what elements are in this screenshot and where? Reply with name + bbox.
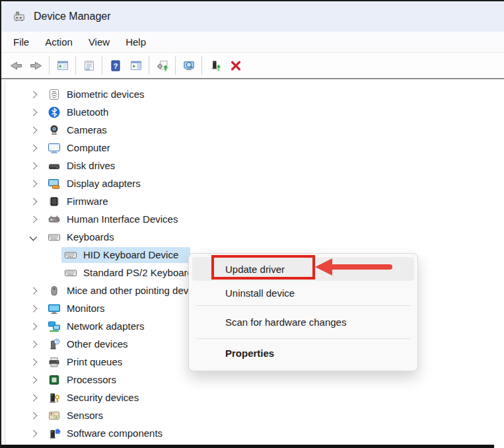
window-title: Device Manager (34, 11, 111, 22)
tree-item-keyboards[interactable]: Keyboards (1, 228, 504, 246)
toolbar-button-update-driver-software[interactable] (152, 56, 172, 76)
tree-item-firmware[interactable]: Firmware (1, 192, 504, 210)
tree-item-disk-drives[interactable]: Disk drives (1, 157, 504, 174)
tree-item-label: Display adapters (67, 178, 141, 189)
svg-text:?: ? (113, 61, 118, 69)
tree-item-inner: Display adapters (45, 176, 143, 192)
tree-item-inner: Firmware (45, 194, 111, 209)
tree-item-human-interface-devices[interactable]: Human Interface Devices (1, 210, 504, 228)
tree-item-inner: Print queues (45, 354, 125, 370)
tree-item-inner: Disk drives (45, 158, 118, 174)
unknown-device-icon: ? (48, 338, 61, 351)
console-tree-icon (56, 59, 69, 72)
chevron-right-icon[interactable] (29, 126, 38, 135)
chevron-right-icon[interactable] (29, 393, 38, 402)
tree-item-label: Biometric devices (67, 89, 145, 100)
tree-item-processors[interactable]: Processors (1, 371, 504, 389)
chevron-down-icon[interactable] (29, 233, 38, 242)
toolbar-button-back[interactable] (5, 56, 26, 76)
screenshot-bottom-edge (0, 445, 494, 448)
toolbar-button-help[interactable]: ? (105, 56, 126, 76)
processor-icon (48, 373, 61, 387)
chevron-right-icon[interactable] (29, 179, 38, 188)
tree-item-inner: Software components (45, 426, 165, 441)
tree-item-cameras[interactable]: Cameras (1, 121, 504, 139)
chevron-right-icon[interactable] (29, 411, 38, 420)
device-manager-icon (12, 9, 26, 24)
chevron-right-icon (30, 108, 38, 116)
chevron-right-icon[interactable] (29, 375, 38, 385)
chevron-right-icon[interactable] (29, 304, 38, 313)
menu-view[interactable]: View (81, 34, 118, 50)
tree-item-inner: Computer (45, 140, 113, 156)
toolbar-button-update-driver[interactable] (205, 56, 225, 76)
tree-item-label: Disk drives (67, 160, 115, 171)
screenshot-top-edge (0, 0, 504, 1)
chevron-right-icon (30, 394, 38, 401)
back-arrow-icon (9, 59, 22, 72)
keyboard-icon (64, 266, 77, 280)
tree-item-label: HID Keyboard Device (83, 249, 178, 260)
toolbar-button-show-console-tree[interactable] (52, 56, 73, 76)
menu-file[interactable]: File (5, 34, 37, 50)
chevron-right-icon[interactable] (29, 197, 38, 206)
chevron-right-icon[interactable] (29, 90, 38, 99)
menu-help[interactable]: Help (118, 34, 154, 50)
chevron-right-icon (30, 358, 38, 365)
chevron-right-icon[interactable] (29, 143, 38, 153)
chevron-right-icon[interactable] (29, 429, 38, 438)
chevron-right-icon[interactable] (29, 322, 38, 331)
chevron-down-icon (30, 233, 38, 241)
chevron-right-icon[interactable] (29, 340, 38, 349)
toolbar-button-uninstall-device[interactable] (225, 56, 246, 76)
svg-text:?: ? (55, 340, 58, 344)
computer-icon (48, 141, 61, 155)
annotation-arrow-icon (312, 256, 394, 278)
tree-item-biometric-devices[interactable]: Biometric devices (1, 85, 504, 103)
tree-item-label: Firmware (67, 196, 108, 207)
menubar: FileActionViewHelp (1, 32, 504, 52)
tree-item-sensors[interactable]: Sensors (1, 406, 504, 424)
toolbar-button-scan-for-hardware-changes[interactable] (178, 56, 199, 76)
mouse-icon (48, 284, 61, 297)
context-menu-item-properties[interactable]: Properties (192, 340, 414, 367)
toolbar-button-forward[interactable] (26, 56, 46, 76)
toolbar-button-properties[interactable] (79, 56, 99, 76)
fingerprint-icon (48, 88, 61, 101)
properties-icon (83, 59, 96, 72)
chevron-right-icon[interactable] (29, 357, 38, 367)
red-x-icon (229, 59, 242, 72)
monitor-icon (48, 302, 61, 315)
firmware-chip-icon (48, 195, 61, 208)
tree-item-inner: Sensors (45, 408, 106, 424)
tree-item-computer[interactable]: Computer (1, 139, 504, 157)
tree-item-inner: Security devices (45, 390, 141, 406)
tree-item-security-devices[interactable]: Security devices (1, 389, 504, 406)
tree-item-label: Processors (67, 374, 116, 385)
context-menu-item-uninstall-device[interactable]: Uninstall device (192, 281, 414, 305)
chevron-right-icon[interactable] (29, 108, 38, 117)
tree-item-label: Sensors (67, 410, 103, 421)
tree-item-label: Other devices (67, 338, 128, 350)
disk-icon (48, 159, 61, 172)
tree-item-software-components[interactable]: Software components (1, 424, 504, 442)
tree-item-inner: Network adapters (45, 318, 147, 334)
tree-item-display-adapters[interactable]: Display adapters (1, 174, 504, 192)
context-menu-item-scan-for-hardware-changes[interactable]: Scan for hardware changes (192, 307, 414, 338)
chevron-right-icon[interactable] (29, 161, 38, 170)
hid-gamepad-icon (48, 213, 61, 226)
security-key-icon (48, 391, 61, 404)
toolbar-button-show-action-pane[interactable] (126, 56, 146, 76)
chevron-right-icon (30, 376, 38, 383)
chevron-right-icon (30, 305, 38, 312)
menu-action[interactable]: Action (37, 34, 81, 50)
chevron-right-icon[interactable] (29, 286, 38, 295)
chevron-right-icon (30, 287, 38, 294)
titlebar: Device Manager (1, 1, 504, 32)
chevron-right-icon (30, 340, 38, 348)
tree-item-bluetooth[interactable]: Bluetooth (1, 103, 504, 121)
tree-item-label: Cameras (67, 124, 107, 135)
context-menu-separator (196, 338, 411, 339)
tree-item-inner: Biometric devices (45, 87, 147, 102)
chevron-right-icon[interactable] (29, 215, 38, 224)
